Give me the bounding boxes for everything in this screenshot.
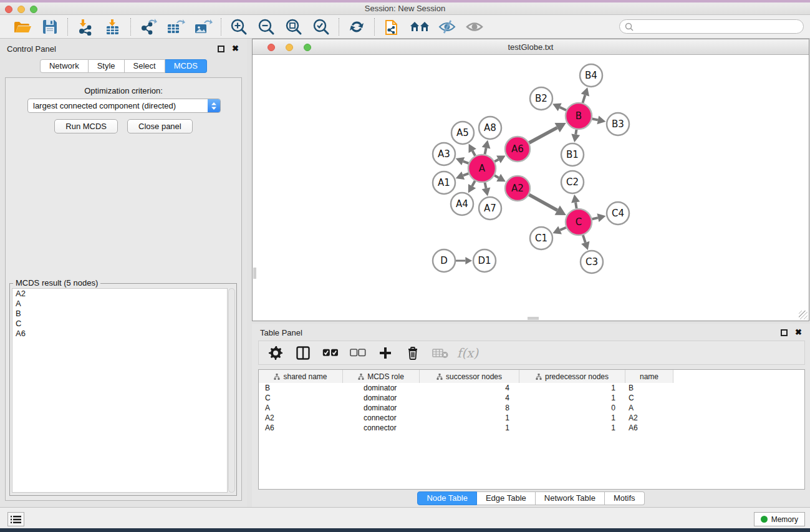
cell-name: A <box>625 403 673 413</box>
network-resize-grip[interactable] <box>799 311 808 319</box>
network-canvas[interactable]: AA6A2BCA1A3A4A5A7A8B1B2B3B4C1C2C3C4DD1 <box>253 56 808 320</box>
cell-predecessor-nodes: 1 <box>519 383 625 393</box>
add-column-icon[interactable] <box>376 344 395 362</box>
table-panel-title: Table Panel <box>260 328 302 337</box>
homes-icon[interactable] <box>408 17 431 37</box>
import-network-icon[interactable] <box>74 17 97 37</box>
export-network-icon[interactable] <box>137 17 160 37</box>
sortable-column-icon <box>274 374 280 380</box>
table-row[interactable]: A2connector11A2 <box>259 413 804 423</box>
search-field[interactable] <box>619 19 804 34</box>
tab-node-table[interactable]: Node Table <box>417 491 477 505</box>
mcds-result-item[interactable]: C <box>12 319 227 329</box>
network-graph: AA6A2BCA1A3A4A5A7A8B1B2B3B4C1C2C3C4DD1 <box>253 56 808 320</box>
import-table-icon[interactable] <box>102 17 124 37</box>
save-icon[interactable] <box>39 17 61 37</box>
graph-node-label-A4: A4 <box>456 198 468 210</box>
table-row[interactable]: Adominator80A <box>259 403 804 413</box>
delete-column-icon[interactable] <box>403 344 422 362</box>
mcds-result-item[interactable]: A6 <box>12 329 227 339</box>
memory-label: Memory <box>771 515 798 524</box>
criterion-select[interactable]: largest connected component (directed) <box>27 99 221 113</box>
cell-name: C <box>625 393 673 403</box>
tab-network-table[interactable]: Network Table <box>536 491 605 505</box>
mcds-result-item[interactable]: A <box>12 299 227 309</box>
graph-node-label-B1: B1 <box>566 149 579 160</box>
edge-C-C4 <box>592 218 598 219</box>
graph-node-label-A: A <box>479 163 486 174</box>
memory-button[interactable]: Memory <box>754 512 805 526</box>
graph-node-label-A2: A2 <box>511 183 524 194</box>
column-header-successor-nodes[interactable]: successor nodes <box>420 370 519 383</box>
fx-label: f(x) <box>457 346 478 360</box>
eye-slash-icon[interactable] <box>436 17 458 37</box>
task-history-button[interactable] <box>7 512 24 526</box>
edge-B-B4 <box>582 95 585 103</box>
columns-icon[interactable] <box>294 344 312 362</box>
table-settings-gear-icon[interactable] <box>266 344 285 362</box>
table-row[interactable]: Cdominator41C <box>259 393 804 403</box>
column-header-shared-name[interactable]: shared name <box>259 370 343 383</box>
control-panel-tabs: NetworkStyleSelectMCDS <box>0 59 247 73</box>
column-header-predecessor-nodes[interactable]: predecessor nodes <box>519 370 625 383</box>
cell-predecessor-nodes: 0 <box>519 403 625 413</box>
eye-icon[interactable] <box>463 17 486 37</box>
graph-node-label-C4: C4 <box>612 208 624 219</box>
column-label: MCDS role <box>367 372 404 381</box>
sortable-column-icon <box>536 374 542 380</box>
network-vscroll[interactable] <box>253 268 256 279</box>
tab-select[interactable]: Select <box>125 59 165 73</box>
table-float-icon[interactable] <box>781 329 788 336</box>
zoom-selected-icon[interactable] <box>310 17 332 37</box>
table-body: Bdominator41BCdominator41CAdominator80AA… <box>259 383 804 489</box>
mcds-result-item[interactable]: A2 <box>12 289 227 299</box>
node-table: shared nameMCDS rolesuccessor nodesprede… <box>258 369 805 490</box>
tab-motifs[interactable]: Motifs <box>605 491 645 505</box>
function-builder-icon[interactable]: f(x) <box>458 344 477 362</box>
cell-successor-nodes: 4 <box>420 393 519 403</box>
edge-A2-C <box>529 195 557 210</box>
graph-node-label-A7: A7 <box>484 203 496 214</box>
edge-arrow <box>482 187 491 196</box>
select-stepper-icon <box>208 99 220 112</box>
deselect-checkboxes-icon[interactable] <box>349 344 367 362</box>
tab-style[interactable]: Style <box>89 59 125 73</box>
app-titlebar: Session: New Session <box>0 2 810 15</box>
network-document-icon[interactable] <box>381 17 403 37</box>
close-panel-button[interactable]: Close panel <box>127 119 193 133</box>
table-row[interactable]: Bdominator41B <box>259 383 804 393</box>
cell-predecessor-nodes: 1 <box>519 413 625 423</box>
cell-name: A2 <box>625 413 673 423</box>
column-header-MCDS-role[interactable]: MCDS role <box>343 370 420 383</box>
close-panel-icon[interactable]: ✖ <box>232 44 239 53</box>
graph-node-label-B: B <box>576 110 582 122</box>
network-hscroll[interactable] <box>528 317 539 320</box>
tab-network[interactable]: Network <box>40 59 89 73</box>
refresh-icon[interactable] <box>345 17 368 37</box>
zoom-out-icon[interactable] <box>255 17 277 37</box>
tab-edge-table[interactable]: Edge Table <box>477 491 536 505</box>
criterion-value: largest connected component (directed) <box>28 101 208 110</box>
search-input[interactable] <box>634 21 803 32</box>
edge-B-B2 <box>560 107 566 110</box>
run-mcds-button[interactable]: Run MCDS <box>54 119 118 133</box>
mcds-result-scrollbar[interactable] <box>228 288 235 493</box>
table-row[interactable]: A6connector11A6 <box>259 423 804 433</box>
delete-table-icon[interactable] <box>431 344 450 362</box>
edge-A-A5 <box>473 151 475 156</box>
edge-A-A4 <box>472 181 475 186</box>
mcds-result-item[interactable]: B <box>12 309 227 319</box>
graph-node-label-A6: A6 <box>511 143 524 155</box>
zoom-fit-icon[interactable] <box>282 17 305 37</box>
graph-node-label-A1: A1 <box>438 177 450 188</box>
cell-shared-name: C <box>259 393 343 403</box>
export-image-icon[interactable] <box>192 17 215 37</box>
zoom-in-icon[interactable] <box>228 17 250 37</box>
select-all-checkboxes-icon[interactable] <box>321 344 340 362</box>
open-folder-icon[interactable] <box>11 17 34 37</box>
tab-mcds[interactable]: MCDS <box>165 59 207 73</box>
table-close-icon[interactable]: ✖ <box>795 327 802 337</box>
float-panel-icon[interactable] <box>218 46 224 52</box>
export-table-icon[interactable] <box>165 17 187 37</box>
column-header-name[interactable]: name <box>625 370 673 383</box>
